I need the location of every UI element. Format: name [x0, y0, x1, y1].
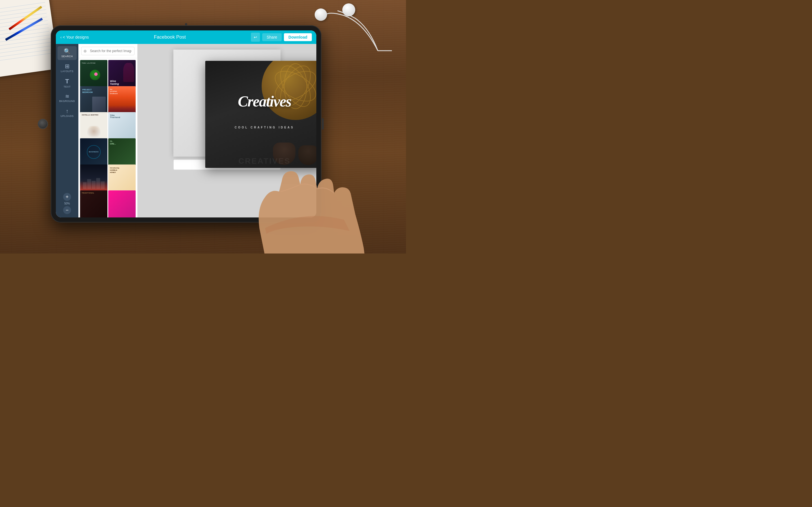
zoom-level-display: 50% — [64, 202, 70, 205]
template-cascade[interactable]: TRAThailand — [108, 112, 136, 139]
background-icon: ≋ — [65, 94, 69, 99]
lilypad-title-text: THE LILYPAD — [82, 62, 96, 64]
project-graphic — [92, 97, 106, 112]
template-wine-tasting[interactable]: WineTasting — [108, 60, 136, 87]
layouts-icon: ⊞ — [65, 63, 70, 69]
search-input[interactable] — [81, 47, 135, 55]
cascade-title-text: TRAThailand — [110, 114, 120, 118]
ipad-device: ‹ < Your designs Facebook Post ↩ Share D… — [51, 25, 321, 223]
creatives-title: Creatives — [238, 93, 291, 110]
ipad-camera — [185, 23, 187, 25]
australia-title-text: AustralianOutback — [110, 89, 118, 95]
bistro-title-text: OSTELLA BISTRO — [82, 114, 98, 116]
download-button[interactable]: Download — [284, 33, 312, 41]
template-bistro[interactable]: OSTELLA BISTRO — [80, 112, 107, 139]
yarn-lines — [262, 61, 316, 120]
sidebar-item-text[interactable]: T TEXT — [57, 76, 77, 91]
sidebar-search-label: SEARCH — [61, 55, 73, 58]
canvas-area[interactable]: + Add a new page △ 1 ▽ ⧉ ⊡ — [138, 44, 316, 217]
zoom-in-button[interactable]: + — [63, 193, 71, 201]
ipad-home-button[interactable] — [38, 119, 48, 129]
wine-glass-shape — [123, 63, 134, 82]
sidebar-item-background[interactable]: ≋ BKGROUND — [57, 92, 77, 105]
template-business[interactable]: BUSINESS — [80, 138, 107, 166]
download-label: Download — [289, 35, 307, 40]
template-clgreen[interactable]: CLGRE... — [108, 138, 136, 166]
uploads-icon: ↑ — [66, 108, 68, 114]
zoom-controls: + 50% − — [63, 193, 71, 217]
template-pink[interactable] — [108, 190, 136, 217]
search-wrapper: ⊕ — [81, 47, 135, 55]
wine-tasting-label: WineTasting — [110, 80, 119, 86]
header-actions: ↩ Share Download — [251, 33, 312, 42]
business-title-text: BUSINESS — [89, 151, 99, 153]
city-skyline — [83, 178, 105, 189]
text-icon: T — [65, 78, 69, 84]
back-label: < Your designs — [63, 35, 89, 40]
sidebar-item-search[interactable]: 🔍 SEARCH — [57, 46, 77, 60]
share-button[interactable]: Share — [262, 33, 282, 41]
project-title-text: PROJECTBEDROOM — [82, 89, 105, 94]
traditional-title-text: TRADITIONAL — [82, 192, 94, 194]
honey-title-text: IntroducingHUMBLEHONEY — [110, 167, 119, 174]
template-lilypad[interactable]: THE LILYPAD — [80, 60, 107, 87]
undo-icon: ↩ — [254, 35, 257, 40]
search-icon: 🔍 — [64, 48, 71, 54]
template-grid: THE LILYPAD WineTasting PROJECTBEDROOM — [79, 58, 137, 217]
template-honey[interactable]: IntroducingHUMBLEHONEY — [108, 165, 136, 192]
creatives-watermark: CREATIVES — [238, 157, 290, 166]
page-title: Facebook Post — [89, 34, 251, 40]
lilypad-flower — [94, 73, 98, 76]
business-circle: BUSINESS — [87, 145, 101, 159]
search-bar: ⊕ — [79, 44, 137, 58]
template-traditional[interactable]: TRADITIONAL — [80, 190, 107, 217]
app-header: ‹ < Your designs Facebook Post ↩ Share D… — [56, 31, 316, 44]
creatives-card-inner: Creatives COOL CRAFTING IDEAS CREATIVES — [205, 61, 316, 168]
share-label: Share — [267, 35, 277, 40]
clgreen-title-text: CLGRE... — [110, 140, 116, 145]
undo-button[interactable]: ↩ — [251, 33, 260, 42]
template-panel: ⊕ THE LILYPAD W — [79, 44, 138, 217]
sidebar-text-label: TEXT — [63, 86, 70, 88]
drag-overlay-card: Creatives COOL CRAFTING IDEAS CREATIVES — [205, 61, 316, 168]
sidebar-item-layouts[interactable]: ⊞ LAYOUTS — [57, 61, 77, 75]
template-city[interactable] — [80, 165, 107, 192]
chevron-left-icon: ‹ — [60, 35, 62, 40]
ipad-side-button — [322, 118, 324, 129]
back-button[interactable]: ‹ < Your designs — [60, 35, 89, 40]
template-australia[interactable]: AustralianOutback — [108, 86, 136, 114]
sidebar-uploads-label: UPLOADS — [61, 115, 74, 117]
main-content: 🔍 SEARCH ⊞ LAYOUTS T TEXT ≋ BKGROUND ↑ — [56, 44, 316, 217]
sidebar-layouts-label: LAYOUTS — [61, 70, 73, 73]
search-input-icon: ⊕ — [84, 49, 87, 53]
zoom-out-button[interactable]: − — [63, 206, 71, 214]
creatives-subtitle: COOL CRAFTING IDEAS — [235, 126, 294, 129]
sidebar-item-uploads[interactable]: ↑ UPLOADS — [57, 106, 77, 120]
sidebar: 🔍 SEARCH ⊞ LAYOUTS T TEXT ≋ BKGROUND ↑ — [56, 44, 79, 217]
bistro-plate — [87, 128, 101, 138]
ipad-screen: ‹ < Your designs Facebook Post ↩ Share D… — [56, 31, 316, 217]
sidebar-background-label: BKGROUND — [59, 100, 75, 103]
template-project[interactable]: PROJECTBEDROOM — [80, 86, 107, 114]
